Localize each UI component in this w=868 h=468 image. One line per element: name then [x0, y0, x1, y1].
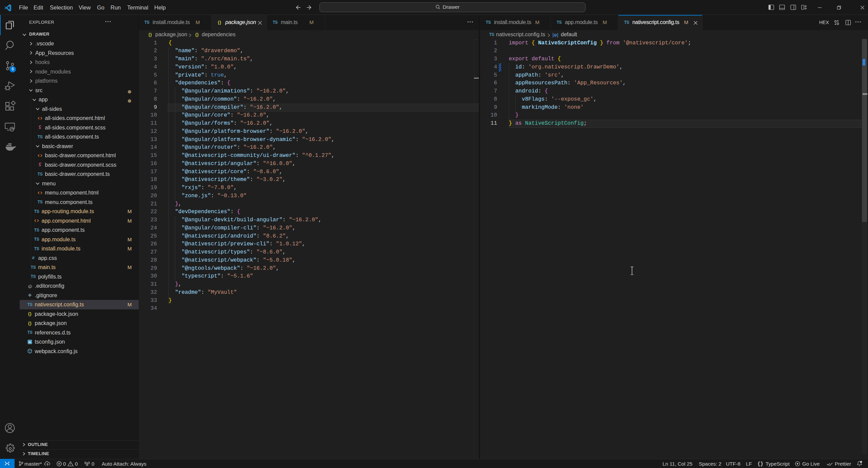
svg-text:ts: ts: [28, 341, 31, 344]
